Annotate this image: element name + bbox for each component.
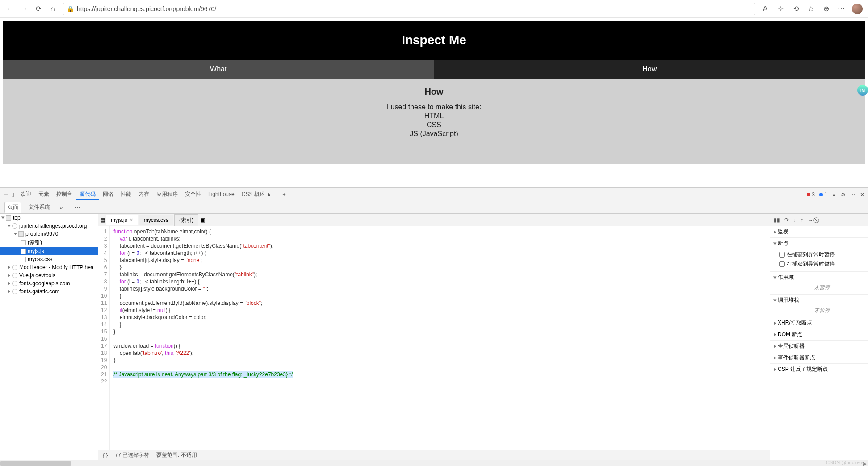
link-icon[interactable]: ⚭ (832, 191, 836, 198)
tree-top[interactable]: top (0, 214, 98, 222)
info-count[interactable]: 1 (819, 191, 827, 198)
add-tab-button[interactable]: ＋ (278, 189, 290, 200)
profile-avatar[interactable] (852, 4, 863, 14)
tree-ext-modheader[interactable]: ModHeader - Modify HTTP hea (0, 263, 98, 271)
editor-tab-mycss[interactable]: mycss.css (139, 215, 173, 225)
code-editor[interactable]: 12345678910111213141516171819202122 func… (98, 226, 770, 450)
devtools-tab[interactable]: 内存 (135, 189, 153, 199)
more-icon[interactable]: ⋯ (850, 191, 855, 198)
devtools: ▭ ▯ 欢迎元素控制台源代码网络性能内存应用程序安全性LighthouseCSS… (0, 187, 868, 460)
editor-panel: ▤ myjs.js× mycss.css (索引) ▣ 123456789101… (98, 214, 770, 460)
content-item: JS (JavaScript) (3, 130, 865, 138)
url-text: https://jupiter.challenges.picoctf.org/p… (77, 5, 751, 12)
devtools-tab[interactable]: CSS 概述 ▲ (238, 189, 275, 199)
devtools-tab[interactable]: 安全性 (181, 189, 205, 199)
tree-file-index[interactable]: (索引) (0, 238, 98, 247)
text-size-icon[interactable]: A (761, 4, 770, 13)
tree-ext-gstatic[interactable]: fonts.gstatic.com (0, 287, 98, 295)
collections-icon[interactable]: ⊕ (822, 4, 830, 13)
editor-statusbar: { } 77 已选择字符 覆盖范围: 不适用 (98, 450, 770, 460)
bp-uncaught-checkbox[interactable]: 在捕获到异常时暂停 (779, 259, 864, 269)
tree-ext-vue[interactable]: Vue.js devtools (0, 271, 98, 279)
step-over-icon[interactable]: ↷ (784, 217, 789, 223)
editor-tab-myjs[interactable]: myjs.js× (106, 215, 138, 225)
step-out-icon[interactable]: ↑ (801, 217, 803, 223)
status-coverage: 覆盖范围: 不适用 (156, 451, 197, 459)
step-icon[interactable]: → (808, 217, 813, 223)
content-intro: I used these to make this site: (3, 103, 865, 111)
close-devtools-icon[interactable]: ✕ (860, 191, 864, 198)
file-tree: top jupiter.challenges.picoctf.org probl… (0, 214, 98, 460)
subtab-page[interactable]: 页面 (4, 202, 21, 213)
dbg-event[interactable]: 事件侦听器断点 (770, 352, 868, 363)
browser-toolbar: ← → ⟳ ⌂ 🔒 https://jupiter.challenges.pic… (0, 0, 868, 18)
scope-not-paused: 未暂停 (770, 283, 868, 294)
lock-icon: 🔒 (67, 5, 74, 12)
page-content: How I used these to make this site: HTML… (3, 79, 865, 164)
device-toggle-icon[interactable]: ▯ (11, 191, 14, 198)
sync-icon[interactable]: ⟲ (791, 4, 800, 13)
favorites-icon[interactable]: ☆ (806, 4, 815, 13)
page-title: Inspect Me (3, 21, 865, 60)
navigator-toggle-icon[interactable]: ▤ (100, 217, 105, 223)
scroll-thumb[interactable] (0, 461, 71, 466)
content-heading: How (3, 87, 865, 97)
devtools-tab[interactable]: 欢迎 (17, 189, 35, 199)
status-braces[interactable]: { } (103, 452, 108, 458)
dbg-global[interactable]: 全局侦听器 (770, 341, 868, 352)
dbg-breakpoints[interactable]: 断点 (770, 238, 868, 249)
debugger-panel: ▮▮ ↷ ↓ ↑ → ⃠ 监视 断点 在捕获到异常时暂停 在捕获到异常时暂停 作… (770, 214, 868, 460)
sources-subtabs: 页面 文件系统 » ⋯ (0, 201, 868, 214)
status-selection: 77 已选择字符 (115, 451, 149, 459)
devtools-tab[interactable]: 源代码 (76, 189, 99, 200)
editor-tabs: ▤ myjs.js× mycss.css (索引) ▣ (98, 214, 770, 226)
devtools-tab[interactable]: 网络 (99, 189, 117, 199)
inspect-element-icon[interactable]: ▭ (4, 191, 8, 198)
tree-domain[interactable]: jupiter.challenges.picoctf.org (0, 222, 98, 230)
tree-ext-googleapis[interactable]: fonts.googleapis.com (0, 279, 98, 287)
callstack-not-paused: 未暂停 (770, 306, 868, 317)
bp-caught-checkbox[interactable]: 在捕获到异常时暂停 (779, 250, 864, 259)
dbg-callstack[interactable]: 调用堆栈 (770, 295, 868, 306)
editor-tab-index[interactable]: (索引) (174, 214, 198, 226)
close-tab-icon[interactable]: × (130, 217, 133, 223)
error-count[interactable]: 3 (807, 191, 815, 198)
editor-more-icon[interactable]: ▣ (200, 217, 205, 223)
devtools-tab[interactable]: 元素 (35, 189, 53, 199)
dbg-watch[interactable]: 监视 (770, 226, 868, 237)
tree-folder[interactable]: problem/9670 (0, 230, 98, 238)
extensions-icon[interactable]: ⋯ (837, 4, 846, 13)
watermark: CSDN @huckers (826, 460, 864, 465)
dbg-csp[interactable]: CSP 违反了规定断点 (770, 364, 868, 375)
address-bar[interactable]: 🔒 https://jupiter.challenges.picoctf.org… (63, 3, 755, 15)
dbg-xhr[interactable]: XHR/提取断点 (770, 317, 868, 329)
tab-how[interactable]: How (434, 60, 866, 79)
devtools-tab[interactable]: 控制台 (53, 189, 76, 199)
refresh-button[interactable]: ⟳ (34, 4, 43, 13)
read-aloud-icon[interactable]: ✧ (776, 4, 785, 13)
horizontal-scrollbar[interactable]: ◂ ▸ (0, 460, 868, 466)
home-button[interactable]: ⌂ (48, 4, 57, 13)
content-item: HTML (3, 112, 865, 120)
floating-badge[interactable]: IM (857, 85, 868, 96)
devtools-tab[interactable]: 性能 (117, 189, 135, 199)
subtab-menu-icon[interactable]: ⋯ (75, 204, 80, 211)
step-into-icon[interactable]: ↓ (793, 217, 796, 223)
dbg-dom[interactable]: DOM 断点 (770, 329, 868, 340)
tree-file-myjs[interactable]: myjs.js (0, 247, 98, 255)
subtab-more-icon[interactable]: » (57, 203, 66, 212)
back-button[interactable]: ← (5, 4, 14, 13)
page-tabs: What How (3, 60, 865, 79)
tab-what[interactable]: What (3, 60, 434, 79)
devtools-tab[interactable]: 应用程序 (153, 189, 181, 199)
tree-file-mycss[interactable]: mycss.css (0, 255, 98, 263)
debugger-controls: ▮▮ ↷ ↓ ↑ → ⃠ (770, 214, 868, 226)
dbg-scope[interactable]: 作用域 (770, 272, 868, 283)
subtab-filesystem[interactable]: 文件系统 (26, 202, 53, 212)
page-viewport: Inspect Me What How How I used these to … (0, 18, 868, 187)
pause-icon[interactable]: ▮▮ (774, 217, 780, 223)
forward-button[interactable]: → (20, 4, 29, 13)
settings-icon[interactable]: ⚙ (841, 191, 846, 198)
devtools-tab[interactable]: Lighthouse (205, 189, 238, 199)
content-item: CSS (3, 121, 865, 129)
